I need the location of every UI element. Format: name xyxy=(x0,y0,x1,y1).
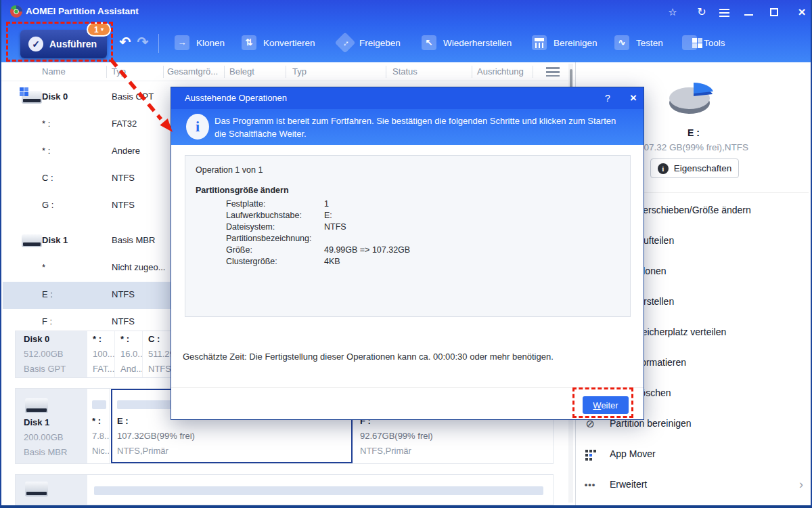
annotation-arrow xyxy=(102,58,186,143)
wipe-brush-icon xyxy=(532,35,547,50)
partition-cell[interactable]: * : 100.... FAT... xyxy=(89,331,115,377)
menu-advanced[interactable]: ••• Erweitert › xyxy=(576,469,811,500)
share-icon: ↔ xyxy=(334,32,355,53)
favorite-star-icon[interactable]: ☆ xyxy=(665,5,680,19)
help-icon[interactable]: ? xyxy=(600,91,615,105)
toolbar-restore[interactable]: ↖ Wiederherstellen xyxy=(422,35,512,51)
tools-grid-icon xyxy=(682,35,697,50)
ellipsis-icon: ••• xyxy=(584,479,596,491)
toolbar-tools[interactable]: Tools xyxy=(682,35,725,51)
disk1-panel[interactable]: Disk 1 200.00GB Basis MBR xyxy=(16,389,87,463)
clone-icon: → xyxy=(175,35,189,50)
partition-cell[interactable] xyxy=(89,475,553,505)
operation-title: Partitionsgröße ändern xyxy=(196,186,289,195)
toolbar-share[interactable]: ↔ Freigeben xyxy=(338,35,401,51)
menu-icon[interactable] xyxy=(717,5,732,19)
restore-icon: ↖ xyxy=(422,35,436,50)
window-title: AOMEI Partition Assistant xyxy=(26,6,139,16)
test-wave-icon: ∿ xyxy=(614,35,629,50)
toolbar-divider xyxy=(158,34,159,53)
table-header: Name Typ Gesamtgrö... Belegt Typ Status … xyxy=(1,62,575,81)
disk-icon xyxy=(25,482,48,496)
disk2-panel[interactable] xyxy=(16,475,87,505)
undo-button[interactable]: ↶ xyxy=(116,34,134,50)
col-typ2[interactable]: Typ xyxy=(292,66,307,77)
toolbar-clone[interactable]: → Klonen xyxy=(175,35,225,51)
close-button[interactable]: × xyxy=(794,5,809,19)
toolbar-wipe[interactable]: Bereinigen xyxy=(532,35,597,51)
menu-app-mover[interactable]: App Mover xyxy=(576,439,811,469)
partition-pie-chart xyxy=(665,76,717,121)
info-icon: i xyxy=(658,163,669,174)
col-status[interactable]: Status xyxy=(392,66,418,77)
partition-cell[interactable]: * : 16.0... And... xyxy=(116,331,143,377)
toolbar-test[interactable]: ∿ Testen xyxy=(614,35,663,51)
app-logo-icon xyxy=(9,5,23,18)
partition-cell-unallocated[interactable]: * : 7.8... Nic... xyxy=(89,389,110,463)
col-ausrichtung[interactable]: Ausrichtung xyxy=(477,66,524,77)
operation-counter: Operation 1 von 1 xyxy=(196,165,263,175)
column-settings-icon[interactable] xyxy=(546,67,560,77)
disk-icon xyxy=(22,91,42,104)
disk0-panel[interactable]: Disk 0 512.00GB Basis GPT xyxy=(16,331,87,377)
dialog-info-band: i Das Programm ist bereit zum Fortfahren… xyxy=(171,109,644,145)
chevron-right-icon: › xyxy=(799,469,803,500)
usage-bar xyxy=(94,486,543,495)
sync-icon[interactable]: ↻ xyxy=(694,5,709,19)
app-mover-grid-icon xyxy=(584,448,596,461)
convert-icon: ⇅ xyxy=(242,35,256,50)
highlight-rect-apply xyxy=(6,22,113,62)
minimize-button[interactable] xyxy=(742,5,757,19)
dialog-header[interactable]: Ausstehende Operationen ? × xyxy=(171,87,644,109)
header: AOMEI Partition Assistant ☆ ↻ × ✓ Ausfüh… xyxy=(0,0,812,62)
estimate-text: Geschätzte Zeit: Die Fertigstellung dies… xyxy=(183,352,554,362)
dialog-message: Das Programm ist bereit zum Fortfahren. … xyxy=(215,114,616,140)
redo-button[interactable]: ↷ xyxy=(134,34,152,50)
highlight-rect-next xyxy=(572,387,633,418)
info-circle-icon: i xyxy=(186,114,209,140)
col-belegt[interactable]: Belegt xyxy=(229,66,254,77)
app-window: AOMEI Partition Assistant ☆ ↻ × ✓ Ausfüh… xyxy=(0,0,812,508)
disk-icon xyxy=(25,398,48,413)
operations-list: Operation 1 von 1 Partitionsgröße ändern… xyxy=(185,155,631,317)
toolbar-convert[interactable]: ⇅ Konvertieren xyxy=(242,35,315,51)
disk-icon xyxy=(22,234,42,247)
col-name[interactable]: Name xyxy=(42,66,66,77)
dialog-title: Ausstehende Operationen xyxy=(185,93,287,103)
maximize-button[interactable] xyxy=(767,5,782,19)
dialog-close-icon[interactable]: × xyxy=(626,91,641,105)
usage-bar xyxy=(92,400,106,409)
properties-button[interactable]: i Eigenschaften xyxy=(650,158,739,178)
pending-operations-dialog: Ausstehende Operationen ? × i Das Progra… xyxy=(171,87,644,420)
disk2-overview-row xyxy=(15,474,554,505)
